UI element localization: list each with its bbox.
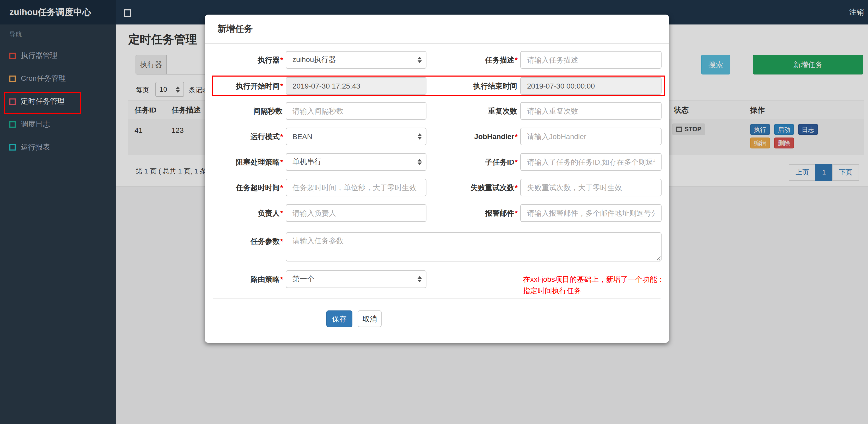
jobhandler-label: JobHandler* (429, 128, 518, 145)
start-time-input[interactable] (286, 77, 427, 95)
timeout-label: 任务超时时间* (205, 179, 283, 196)
feature-note: 在xxl-jobs项目的基础上，新增了一个功能： 指定时间执行任务 (523, 273, 667, 296)
modal-header: 新增任务 (205, 14, 669, 44)
params-textarea[interactable] (286, 232, 661, 261)
modal-title: 新增任务 (205, 14, 669, 44)
child-job-input[interactable] (520, 153, 661, 171)
owner-label: 负责人* (205, 204, 283, 222)
end-time-input[interactable] (520, 77, 661, 95)
params-label: 任务参数* (205, 232, 283, 250)
retry-input[interactable] (520, 179, 661, 196)
modal-divider (213, 298, 660, 299)
end-time-label: 执行结束时间 (429, 77, 518, 95)
save-button[interactable]: 保存 (327, 311, 352, 327)
task-desc-label: 任务描述* (429, 51, 518, 69)
start-time-label: 执行开始时间* (205, 77, 283, 95)
add-task-modal: 新增任务 执行器* zuihou执行器 任务描述* 执行开始时间* 执行结束时间… (205, 14, 669, 343)
block-strategy-select[interactable]: 单机串行 (286, 153, 427, 171)
executor-select[interactable]: zuihou执行器 (286, 51, 427, 69)
task-desc-input[interactable] (520, 51, 661, 69)
executor-label: 执行器* (205, 51, 283, 69)
repeat-label: 重复次数 (429, 102, 518, 120)
alarm-email-label: 报警邮件* (429, 204, 518, 222)
select-arrows-icon (417, 276, 422, 282)
interval-input[interactable] (286, 102, 427, 120)
run-mode-label: 运行模式* (205, 128, 283, 145)
route-strategy-label: 路由策略* (205, 270, 283, 288)
alarm-email-input[interactable] (520, 204, 661, 222)
retry-label: 失败重试次数* (429, 179, 518, 196)
select-arrows-icon (417, 57, 422, 63)
interval-label: 间隔秒数 (205, 102, 283, 120)
cancel-button[interactable]: 取消 (358, 311, 382, 327)
jobhandler-input[interactable] (520, 128, 661, 145)
block-strategy-label: 阻塞处理策略* (205, 153, 283, 171)
select-arrows-icon (417, 133, 422, 140)
run-mode-select[interactable]: BEAN (286, 128, 427, 145)
owner-input[interactable] (286, 204, 427, 222)
app-window: zuihou任务调度中心 注销 导航 执行器管理 Cron任务管理 定时任务管理… (0, 0, 868, 424)
repeat-input[interactable] (520, 102, 661, 120)
child-job-label: 子任务ID* (429, 153, 518, 171)
route-strategy-select[interactable]: 第一个 (286, 270, 427, 288)
select-arrows-icon (417, 159, 422, 165)
timeout-input[interactable] (286, 179, 427, 196)
